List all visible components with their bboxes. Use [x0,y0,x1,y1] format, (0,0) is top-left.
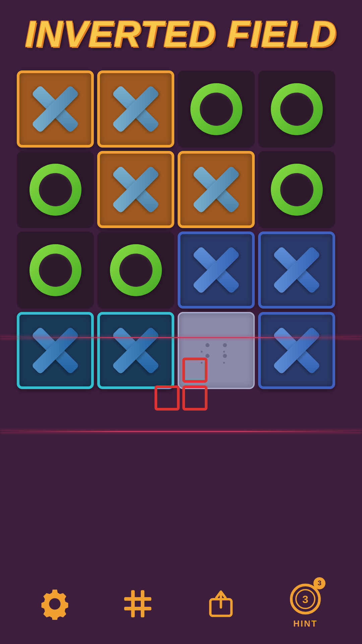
svg-rect-4 [124,607,152,610]
levels-button[interactable] [121,587,155,621]
svg-point-0 [49,598,61,609]
grid-cell-1-2[interactable] [178,151,255,228]
grid-cell-2-0[interactable] [17,231,94,309]
gear-icon [39,588,71,620]
game-title: INVERTED FIELD [0,0,362,54]
o-symbol [271,83,323,135]
hint-label: HINT [293,619,318,629]
grid-cell-2-3[interactable] [258,231,335,309]
o-symbol [29,244,81,296]
pieces-area [0,337,362,431]
grid-cell-1-3[interactable] [258,151,335,228]
red-piece[interactable] [147,351,215,418]
o-symbol [29,164,81,216]
svg-rect-3 [124,597,152,601]
o-symbol [190,83,242,135]
grid-cell-0-3[interactable] [258,70,335,148]
svg-text:3: 3 [302,593,308,605]
o-symbol [271,164,323,216]
share-button[interactable] [204,587,238,621]
divider-bottom [0,431,362,432]
grid-cell-0-0[interactable] [17,70,94,148]
o-symbol [110,244,162,296]
svg-rect-1 [131,590,135,618]
settings-button[interactable] [38,587,72,621]
grid-cell-0-2[interactable] [178,70,255,148]
hash-icon [123,589,153,619]
hint-count-badge: 3 [313,577,325,589]
grid-cell-1-1[interactable] [97,151,174,228]
grid-cell-2-1[interactable] [97,231,174,309]
hint-button[interactable]: 3 3 HINT [287,579,324,629]
share-icon [206,589,236,619]
svg-rect-2 [141,590,144,618]
grid-cell-2-2[interactable] [178,231,255,309]
grid-cell-0-1[interactable] [97,70,174,148]
toolbar: 3 3 HINT [0,564,362,644]
grid-cell-1-0[interactable] [17,151,94,228]
